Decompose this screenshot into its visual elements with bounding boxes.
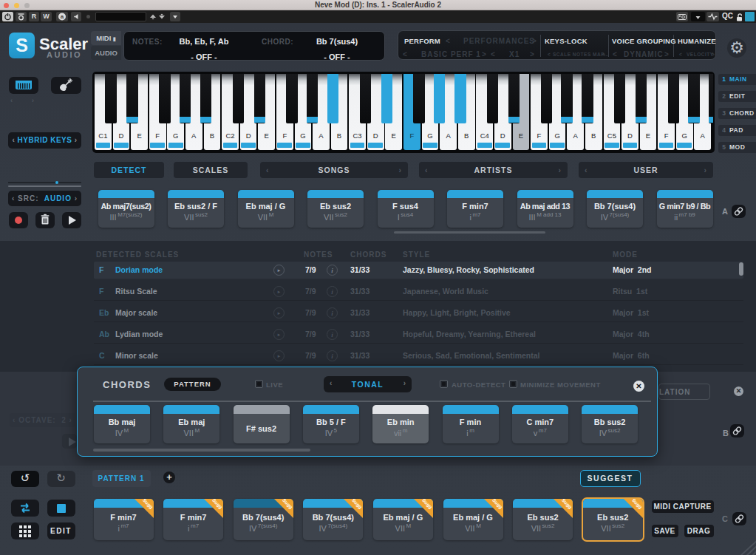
svg-text:a: a [61, 13, 64, 20]
